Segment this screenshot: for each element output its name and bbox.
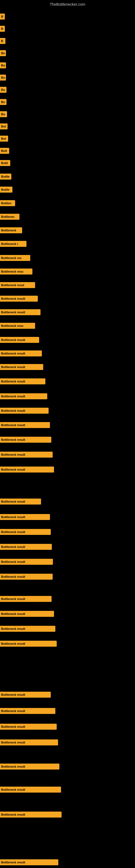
- bar-row: Bottleneck result: [0, 786, 135, 793]
- bar-row: B: [0, 26, 135, 32]
- result-bar: Bottleneck result: [0, 393, 47, 399]
- bar-row: Bottleneck result: [0, 529, 135, 535]
- bar-row: Bottleneck r: [0, 241, 135, 247]
- result-bar: Bottleneck: [0, 227, 22, 233]
- result-bar: Bottleneck result: [0, 859, 58, 865]
- result-bar: Bottleneck result: [0, 764, 59, 770]
- result-bar: B: [0, 26, 5, 32]
- result-bar: Bottleneck result: [0, 309, 41, 315]
- bar-row: Bo: [0, 87, 135, 93]
- bar-row: Bottleneck result: [0, 364, 135, 370]
- result-bar: Bottleneck result: [0, 408, 49, 414]
- bar-row: Bott: [0, 148, 135, 154]
- bar-row: Bottleneck result: [0, 574, 135, 580]
- result-bar: Bottleneck resul: [0, 282, 35, 288]
- result-bar: Bo: [0, 62, 6, 68]
- result-bar: Bottleneck result: [0, 337, 39, 343]
- result-bar: Bottleneck result: [0, 452, 53, 458]
- result-bar: Bottleneck resu: [0, 323, 35, 329]
- result-bar: Bottle: [0, 174, 11, 180]
- bar-row: Bottle: [0, 174, 135, 180]
- bar-row: Bottleneck result: [0, 514, 135, 520]
- result-bar: Bottleneck result: [0, 596, 52, 602]
- result-bar: Bottleneck result: [0, 724, 57, 730]
- bar-row: Bottleneck result: [0, 812, 135, 817]
- result-bar: Bottleneck result: [0, 467, 54, 472]
- bar-row: Bottleneck result: [0, 422, 135, 428]
- bar-row: Bottlenec: [0, 214, 135, 220]
- result-bar: Bottleneck result: [0, 514, 50, 520]
- result-bar: Bottleneck result: [0, 812, 61, 817]
- bar-row: Bottleneck resul: [0, 282, 135, 288]
- bar-row: Bo: [0, 62, 135, 68]
- result-bar: Bottleneck res: [0, 255, 30, 261]
- result-bar: B: [0, 13, 5, 20]
- bar-row: Bot: [0, 123, 135, 129]
- result-bar: Bottleneck result: [0, 708, 55, 714]
- bar-row: Bottleneck result: [0, 350, 135, 356]
- bar-row: Bottleneck result: [0, 452, 135, 458]
- bar-row: Bottleneck result: [0, 467, 135, 472]
- bar-row: Bottleneck: [0, 227, 135, 233]
- result-bar: Bottleneck result: [0, 364, 43, 370]
- bar-row: Bottl: [0, 160, 135, 166]
- result-bar: Bottleneck result: [0, 626, 55, 632]
- result-bar: Bottleneck result: [0, 574, 53, 580]
- result-bar: Bo: [0, 87, 6, 93]
- result-bar: Bottleneck result: [0, 437, 51, 443]
- bar-row: Bottleneck result: [0, 408, 135, 414]
- result-bar: Bo: [0, 99, 6, 105]
- bar-row: Bottleneck result: [0, 859, 135, 865]
- bar-row: Bo: [0, 74, 135, 81]
- bar-row: Bo: [0, 99, 135, 105]
- bar-row: Bottleneck result: [0, 499, 135, 504]
- bar-row: Bottleneck result: [0, 692, 135, 698]
- result-bar: Bo: [0, 74, 6, 81]
- result-bar: Bo: [0, 111, 7, 117]
- bar-row: Bottleneck result: [0, 296, 135, 302]
- bar-row: Bottleneck result: [0, 437, 135, 443]
- bar-row: Bottleneck result: [0, 393, 135, 399]
- result-bar: Bot: [0, 135, 8, 142]
- bar-row: Bottleneck result: [0, 611, 135, 617]
- bar-row: Bottleneck result: [0, 641, 135, 647]
- result-bar: Bottleneck result: [0, 641, 57, 647]
- result-bar: Bottle: [0, 187, 12, 193]
- bar-row: Bot: [0, 135, 135, 142]
- bar-row: Bottleneck result: [0, 309, 135, 315]
- result-bar: Bottleneck r: [0, 241, 27, 247]
- bar-row: Bottleneck res: [0, 255, 135, 261]
- bar-row: Bottleneck result: [0, 626, 135, 632]
- result-bar: Bottleneck result: [0, 544, 52, 550]
- result-bar: Bottleneck result: [0, 422, 50, 428]
- bar-row: Bottleneck result: [0, 378, 135, 384]
- result-bar: Bottleneck result: [0, 559, 53, 565]
- result-bar: Bo: [0, 50, 6, 56]
- result-bar: Bot: [0, 123, 8, 129]
- result-bar: Bottleneck result: [0, 350, 42, 356]
- bar-row: Bottleneck resu: [0, 269, 135, 275]
- bar-row: Bottleneck resu: [0, 323, 135, 329]
- result-bar: Bottleneck result: [0, 611, 54, 617]
- result-bar: Bottleneck result: [0, 529, 51, 535]
- result-bar: Bottleneck result: [0, 692, 51, 698]
- bar-row: Bo: [0, 111, 135, 117]
- bar-row: Bottle: [0, 187, 135, 193]
- bar-row: B: [0, 13, 135, 20]
- bar-row: B: [0, 38, 135, 44]
- result-bar: Bottlenec: [0, 214, 19, 220]
- bar-row: Bottleneck result: [0, 337, 135, 343]
- bar-row: Bottlen: [0, 200, 135, 206]
- result-bar: Bottlen: [0, 200, 15, 206]
- bar-row: Bottleneck result: [0, 544, 135, 550]
- bar-row: Bottleneck result: [0, 724, 135, 730]
- result-bar: Bottleneck resu: [0, 269, 32, 275]
- result-bar: Bottleneck result: [0, 378, 45, 384]
- bar-row: Bottleneck result: [0, 596, 135, 602]
- result-bar: Bottleneck result: [0, 739, 58, 745]
- result-bar: B: [0, 38, 5, 44]
- result-bar: Bott: [0, 148, 9, 154]
- bar-row: Bottleneck result: [0, 559, 135, 565]
- bars-container: BBBBoBoBoBoBoBoBotBotBottBottlBottleBott…: [0, 5, 135, 8]
- result-bar: Bottleneck result: [0, 786, 61, 793]
